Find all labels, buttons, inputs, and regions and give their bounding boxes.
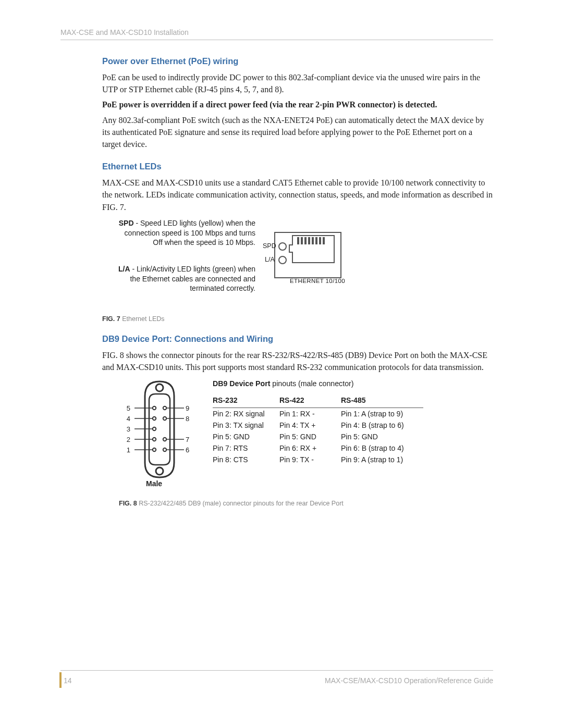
fig8-pin-9: 9 bbox=[186, 404, 193, 412]
fig8-cell: Pin 4: TX + bbox=[279, 419, 341, 431]
leds-paragraph-1: MAX-CSE and MAX-CSD10 units use a standa… bbox=[102, 177, 493, 213]
fig7-port-caption: ETHERNET 10/100 bbox=[290, 278, 345, 284]
svg-point-7 bbox=[163, 406, 166, 410]
fig8-pin-1: 1 bbox=[123, 446, 130, 454]
fig8-table-title-bold: DB9 Device Port bbox=[213, 379, 270, 388]
page-content: Power over Ethernet (PoE) wiring PoE can… bbox=[102, 56, 493, 519]
fig8-cell: Pin 2: RX signal bbox=[213, 408, 279, 420]
section-db9: DB9 Device Port: Connections and Wiring … bbox=[102, 334, 493, 507]
fig8-pin-8: 8 bbox=[186, 415, 193, 423]
fig8-cell: Pin 6: B (strap to 4) bbox=[341, 442, 423, 454]
table-row: Pin 8: CTS Pin 9: TX - Pin 9: A (strap t… bbox=[213, 454, 423, 465]
fig8-cell: Pin 1: A (strap to 9) bbox=[341, 408, 423, 420]
svg-point-9 bbox=[163, 438, 166, 441]
fig7-la-bold: L/A bbox=[118, 265, 130, 273]
fig7-rj45-pins-icon bbox=[297, 237, 327, 250]
fig8-pin-7: 7 bbox=[186, 436, 193, 443]
fig8-cell: Pin 9: A (strap to 1) bbox=[341, 454, 423, 465]
fig8-table-header-row: RS-232 RS-422 RS-485 bbox=[213, 395, 423, 408]
section-poe: Power over Ethernet (PoE) wiring PoE can… bbox=[102, 56, 493, 150]
fig8-db9-connector-icon bbox=[134, 379, 184, 478]
fig8-pin-4: 4 bbox=[123, 415, 130, 423]
section-ethernet-leds: Ethernet LEDs MAX-CSE and MAX-CSD10 unit… bbox=[102, 162, 493, 323]
fig8-cell: Pin 4: B (strap to 6) bbox=[341, 419, 423, 431]
page-header-breadcrumb: MAX-CSE and MAX-CSD10 Installation bbox=[60, 28, 189, 36]
fig8-pin-2: 2 bbox=[123, 436, 130, 443]
fig8-cell: Pin 1: RX - bbox=[279, 408, 341, 420]
poe-paragraph-1: PoE can be used to indirectly provide DC… bbox=[102, 71, 493, 95]
fig7-la-description: L/A - Link/Activity LED lights (green) w… bbox=[115, 264, 255, 294]
fig7-rj45-clip-icon bbox=[289, 244, 293, 253]
svg-point-5 bbox=[153, 438, 156, 441]
fig7-la-label: L/A bbox=[265, 256, 275, 263]
fig8-th-rs232: RS-232 bbox=[213, 395, 279, 408]
fig8-cell: Pin 7: RTS bbox=[213, 442, 279, 454]
svg-point-3 bbox=[153, 417, 156, 420]
fig7-caption-text: Ethernet LEDs bbox=[120, 315, 165, 323]
header-rule bbox=[60, 40, 493, 40]
svg-point-0 bbox=[156, 384, 163, 391]
fig8-male-label: Male bbox=[146, 479, 162, 488]
footer-page-number: 14 bbox=[64, 676, 72, 685]
fig7-la-text: - Link/Activity LED lights (green) when … bbox=[130, 265, 255, 293]
fig7-caption-num: FIG. 7 bbox=[102, 315, 120, 323]
table-row: Pin 3: TX signal Pin 4: TX + Pin 4: B (s… bbox=[213, 419, 423, 431]
figure-7: SPD - Speed LED lights (yellow) when the… bbox=[102, 218, 493, 312]
fig8-caption-text: RS-232/422/485 DB9 (male) connector pino… bbox=[137, 500, 344, 507]
fig8-pin-3: 3 bbox=[123, 425, 130, 433]
fig8-pinout-table: DB9 Device Port pinouts (male connector)… bbox=[213, 379, 423, 465]
svg-point-4 bbox=[153, 427, 156, 430]
fig8-table-title-rest: pinouts (male connector) bbox=[270, 379, 353, 388]
svg-point-6 bbox=[153, 448, 156, 451]
fig8-cell: Pin 6: RX + bbox=[279, 442, 341, 454]
fig7-spd-label: SPD bbox=[263, 242, 276, 250]
heading-ethernet-leds: Ethernet LEDs bbox=[102, 162, 493, 171]
svg-point-8 bbox=[163, 417, 166, 420]
poe-override-note: PoE power is overridden if a direct powe… bbox=[102, 98, 493, 110]
footer-accent-bar bbox=[59, 672, 62, 688]
table-row: Pin 5: GND Pin 5: GND Pin 5: GND bbox=[213, 431, 423, 442]
heading-poe: Power over Ethernet (PoE) wiring bbox=[102, 56, 493, 66]
fig7-spd-description: SPD - Speed LED lights (yellow) when the… bbox=[115, 218, 255, 248]
table-row: Pin 2: RX signal Pin 1: RX - Pin 1: A (s… bbox=[213, 408, 423, 420]
fig8-cell: Pin 3: TX signal bbox=[213, 419, 279, 431]
fig7-spd-bold: SPD bbox=[119, 219, 134, 227]
fig8-cell: Pin 5: GND bbox=[341, 431, 423, 442]
svg-point-1 bbox=[156, 467, 163, 475]
fig8-pin-5: 5 bbox=[123, 404, 130, 412]
fig8-table-title: DB9 Device Port pinouts (male connector) bbox=[213, 379, 423, 388]
fig7-la-led-icon bbox=[278, 256, 287, 264]
fig8-cell: Pin 9: TX - bbox=[279, 454, 341, 465]
fig8-caption: FIG. 8 RS-232/422/485 DB9 (male) connect… bbox=[119, 500, 493, 507]
fig8-th-rs422: RS-422 bbox=[279, 395, 341, 408]
fig8-pin-6: 6 bbox=[186, 446, 193, 454]
table-row: Pin 7: RTS Pin 6: RX + Pin 6: B (strap t… bbox=[213, 442, 423, 454]
fig8-table: RS-232 RS-422 RS-485 Pin 2: RX signal Pi… bbox=[213, 395, 423, 465]
fig7-caption: FIG. 7 Ethernet LEDs bbox=[102, 315, 493, 323]
heading-db9: DB9 Device Port: Connections and Wiring bbox=[102, 334, 493, 344]
fig7-spd-text: - Speed LED lights (yellow) when the con… bbox=[125, 219, 255, 247]
fig8-th-rs485: RS-485 bbox=[341, 395, 423, 408]
poe-paragraph-2: Any 802.3af-compliant PoE switch (such a… bbox=[102, 114, 493, 151]
fig8-caption-num: FIG. 8 bbox=[119, 500, 137, 507]
footer-rule bbox=[60, 670, 493, 671]
fig8-cell: Pin 5: GND bbox=[213, 431, 279, 442]
svg-point-2 bbox=[153, 406, 156, 410]
footer-title: MAX-CSE/MAX-CSD10 Operation/Reference Gu… bbox=[325, 676, 493, 685]
svg-point-10 bbox=[163, 448, 166, 451]
figure-8: 5 4 3 2 1 9 8 7 6 bbox=[119, 379, 493, 497]
fig8-cell: Pin 8: CTS bbox=[213, 454, 279, 465]
db9-paragraph-1: FIG. 8 shows the connector pinouts for t… bbox=[102, 349, 493, 373]
fig7-spd-led-icon bbox=[278, 242, 287, 251]
fig8-cell: Pin 5: GND bbox=[279, 431, 341, 442]
